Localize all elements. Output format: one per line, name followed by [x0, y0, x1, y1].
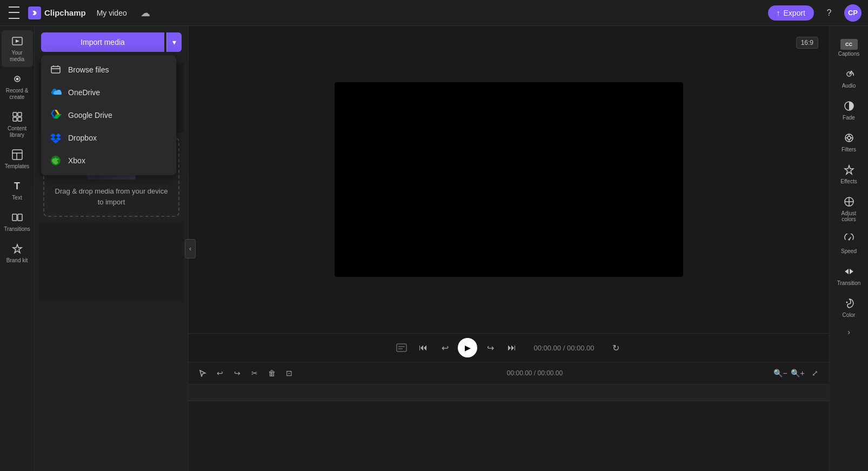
svg-point-30: [846, 302, 847, 303]
video-area: 16:9 ⏮ ↩ ▶ ↪ ⏭ 00:00.00 / 00:00.00 ↻: [189, 26, 829, 471]
svg-point-21: [847, 136, 851, 140]
sidebar-item-label-transitions: Transitions: [4, 226, 30, 233]
skip-back-button[interactable]: ⏮: [415, 339, 432, 356]
color-label: Color: [843, 312, 856, 318]
undo-button[interactable]: ↩: [212, 366, 228, 381]
onedrive-icon: [50, 87, 62, 98]
collapse-panel-button[interactable]: ‹: [185, 239, 196, 258]
timeline-toolbar: ↩ ↪ ✂ 🗑 ⊡ 00:00.00 / 00:00.00 🔍− 🔍+ ⤢: [189, 362, 829, 384]
right-sidebar-item-transition[interactable]: Transition: [832, 261, 866, 290]
skip-forward-button[interactable]: ⏭: [503, 339, 520, 356]
dropbox-item[interactable]: Dropbox: [41, 127, 176, 149]
browse-files-item[interactable]: Browse files: [41, 58, 176, 81]
right-sidebar-item-color[interactable]: Color: [832, 293, 866, 322]
sidebar-item-label-templates: Templates: [5, 163, 30, 170]
right-sidebar-item-effects[interactable]: Effects: [832, 159, 866, 189]
sidebar-item-brand-kit[interactable]: Brand kit: [2, 238, 33, 268]
app-logo[interactable]: Clipchamp: [28, 6, 86, 19]
export-button[interactable]: ↑ Export: [768, 5, 814, 21]
sidebar-item-label-content: Content library: [4, 125, 31, 138]
sidebar-item-label-record: Record & create: [4, 88, 31, 101]
svg-rect-7: [18, 117, 22, 121]
play-button[interactable]: ▶: [458, 338, 477, 357]
right-sidebar-item-filters[interactable]: Filters: [832, 127, 866, 157]
fade-label: Fade: [843, 115, 855, 121]
timeline-track-area[interactable]: [189, 401, 829, 471]
sidebar-item-label-brand: Brand kit: [6, 257, 28, 264]
zoom-in-button[interactable]: 🔍+: [790, 366, 805, 381]
redo-button[interactable]: ↪: [230, 366, 245, 381]
import-media-dropdown-button[interactable]: ▾: [166, 32, 182, 52]
left-sidebar: Your media Record & create Content lib: [0, 26, 35, 471]
video-title[interactable]: My video: [92, 6, 131, 19]
adjust-colors-icon: [843, 195, 856, 208]
sidebar-item-label-text: Text: [12, 195, 22, 201]
user-avatar[interactable]: CP: [844, 4, 862, 22]
delete-button[interactable]: 🗑: [264, 366, 279, 381]
help-icon[interactable]: ?: [820, 4, 838, 22]
drag-drop-text: Drag & drop media from your device to im…: [53, 186, 170, 207]
audio-label: Audio: [842, 83, 856, 89]
xbox-item[interactable]: Xbox: [41, 149, 176, 172]
browse-files-label: Browse files: [68, 65, 109, 74]
sidebar-item-label-your-media: Your media: [4, 50, 31, 63]
svg-rect-4: [13, 112, 17, 116]
google-drive-icon: [50, 109, 62, 121]
captions-icon: CC: [840, 39, 858, 50]
audio-icon: [843, 68, 856, 81]
sidebar-item-templates[interactable]: Templates: [2, 144, 33, 174]
fit-timeline-button[interactable]: ⤢: [807, 366, 823, 381]
sidebar-item-record-create[interactable]: Record & create: [2, 68, 33, 105]
right-sidebar-item-audio[interactable]: Audio: [832, 63, 866, 93]
export-label: Export: [784, 9, 805, 17]
split-button[interactable]: ✂: [247, 366, 262, 381]
svg-rect-6: [13, 117, 17, 121]
import-media-row: Import media ▾: [41, 32, 182, 52]
loop-button[interactable]: ↻: [607, 339, 625, 356]
your-media-icon: [11, 35, 24, 48]
filters-label: Filters: [842, 147, 856, 152]
import-dropdown-menu: Browse files OneDrive: [41, 55, 176, 175]
main-area: Your media Record & create Content lib: [0, 26, 868, 471]
dropbox-label: Dropbox: [68, 134, 97, 142]
content-library-icon: [11, 110, 24, 123]
adjust-colors-label: Adjust colors: [834, 210, 864, 222]
color-icon: [843, 297, 856, 310]
cloud-save-icon[interactable]: ☁: [138, 5, 153, 21]
svg-point-3: [16, 78, 18, 81]
topbar: Clipchamp My video ☁ ↑ Export ? CP: [0, 0, 868, 26]
effects-label: Effects: [840, 178, 857, 184]
right-sidebar-item-speed[interactable]: Speed: [832, 229, 866, 258]
import-section: Import media ▾ Browse files: [35, 26, 188, 58]
rewind-button[interactable]: ↩: [436, 339, 453, 356]
sidebar-item-content-library[interactable]: Content library: [2, 106, 33, 143]
sidebar-item-text[interactable]: T Text: [2, 175, 33, 205]
right-sidebar-item-adjust-colors[interactable]: Adjust colors: [832, 191, 866, 227]
svg-rect-8: [12, 150, 22, 160]
forward-button[interactable]: ↪: [482, 339, 499, 356]
zoom-out-button[interactable]: 🔍−: [773, 366, 788, 381]
sidebar-item-your-media[interactable]: Your media: [2, 30, 33, 67]
sidebar-item-transitions[interactable]: Transitions: [2, 207, 33, 237]
record-create-icon: [11, 72, 24, 85]
subtitle-toggle-button[interactable]: [393, 339, 410, 356]
effects-icon: [843, 163, 856, 176]
captions-item[interactable]: CC Captions: [832, 35, 866, 61]
import-media-button[interactable]: Import media: [41, 32, 164, 52]
svg-rect-12: [18, 214, 22, 221]
save-frame-button[interactable]: ⊡: [282, 366, 297, 381]
google-drive-item[interactable]: Google Drive: [41, 104, 176, 127]
video-preview-container: 16:9: [189, 26, 829, 333]
onedrive-item[interactable]: OneDrive: [41, 81, 176, 104]
transition-icon: [843, 265, 856, 278]
playback-controls: ⏮ ↩ ▶ ↪ ⏭ 00:00.00 / 00:00.00 ↻: [189, 333, 829, 362]
right-sidebar-item-fade[interactable]: Fade: [832, 95, 866, 125]
zoom-controls: 🔍− 🔍+ ⤢: [773, 366, 823, 381]
right-sidebar-collapse-button[interactable]: ›: [832, 324, 866, 340]
selection-tool-button[interactable]: [195, 366, 210, 381]
xbox-label: Xbox: [68, 156, 85, 165]
fade-icon: [843, 99, 856, 112]
hamburger-menu[interactable]: [6, 5, 22, 21]
aspect-ratio-badge[interactable]: 16:9: [796, 37, 818, 49]
timeline-area: [189, 384, 829, 471]
